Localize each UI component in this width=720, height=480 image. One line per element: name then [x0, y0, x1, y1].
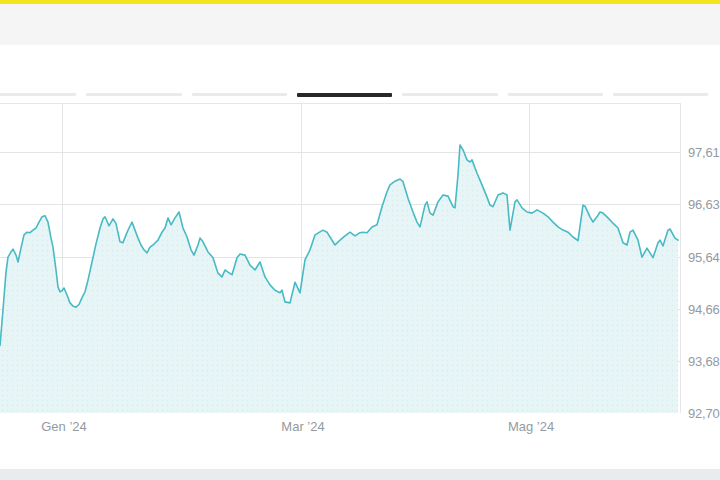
y-axis-tick-label: 96,63 [688, 197, 720, 212]
x-axis-tick-label: Mar ’24 [281, 419, 324, 434]
y-axis-tick-label: 92,70 [688, 406, 720, 421]
price-area-fill [0, 145, 678, 413]
app-screen: 1D1M3M6M1Y3Y5Y 97,6196,6395,6494,6693,68… [0, 0, 720, 480]
y-axis-tick-label: 95,64 [688, 250, 720, 265]
y-axis-tick-label: 97,61 [688, 145, 720, 160]
price-chart[interactable]: 97,6196,6395,6494,6693,6892,70 Gen ’24Ma… [0, 0, 720, 480]
x-axis-tick-label: Gen ’24 [41, 419, 87, 434]
price-chart-svg [0, 103, 681, 413]
x-axis-tick-label: Mag ’24 [508, 419, 554, 434]
y-axis-tick-label: 94,66 [688, 302, 720, 317]
footer-bar [0, 469, 720, 480]
y-axis-tick-label: 93,68 [688, 354, 720, 369]
